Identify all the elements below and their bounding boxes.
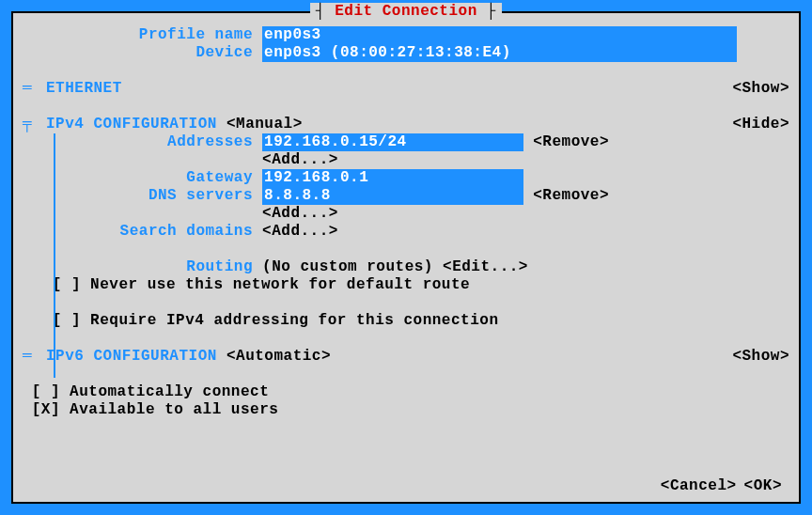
- ipv6-mode-select[interactable]: <Automatic>: [226, 348, 331, 366]
- dialog-content: Profile name enp0s3 Device enp0s3 (08:00…: [23, 13, 789, 419]
- ok-button[interactable]: <OK>: [744, 477, 782, 494]
- dialog-titlebar: ┤ Edit Connection ├: [310, 3, 502, 20]
- never-default-checkbox[interactable]: [ ]: [23, 276, 81, 294]
- address-input[interactable]: 192.168.0.15/24: [262, 133, 523, 151]
- addresses-label: Addresses: [23, 133, 253, 151]
- auto-connect-label: Automatically connect: [70, 383, 269, 401]
- ethernet-section-label: ETHERNET: [46, 80, 122, 98]
- edit-connection-dialog: ┤ Edit Connection ├ Profile name enp0s3 …: [11, 11, 801, 504]
- title-border-right: ├: [477, 3, 496, 20]
- profile-name-input[interactable]: enp0s3: [262, 26, 737, 44]
- dialog-title: Edit Connection: [335, 3, 477, 20]
- dns-label: DNS servers: [23, 187, 253, 205]
- dialog-button-bar: <Cancel> <OK>: [661, 477, 782, 494]
- ipv4-section-label: IPv4 CONFIGURATION: [46, 116, 217, 133]
- require-ipv4-checkbox[interactable]: [ ]: [23, 312, 81, 330]
- dns-add-button[interactable]: <Add...>: [262, 205, 338, 223]
- ethernet-marker: ═: [23, 80, 46, 98]
- all-users-checkbox[interactable]: [X]: [23, 401, 60, 419]
- gateway-input[interactable]: 192.168.0.1: [262, 169, 523, 187]
- device-input[interactable]: enp0s3 (08:00:27:13:38:E4): [262, 44, 737, 62]
- profile-name-label: Profile name: [23, 26, 253, 44]
- require-ipv4-label: Require IPv4 addressing for this connect…: [90, 312, 498, 330]
- all-users-label: Available to all users: [70, 401, 278, 419]
- routing-value: (No custom routes): [262, 258, 433, 276]
- auto-connect-checkbox[interactable]: [ ]: [23, 383, 60, 401]
- device-label: Device: [23, 44, 253, 62]
- address-add-button[interactable]: <Add...>: [262, 151, 338, 169]
- ipv4-mode-select[interactable]: <Manual>: [226, 116, 303, 133]
- title-border-left: ┤: [316, 3, 335, 20]
- search-domains-label: Search domains: [23, 223, 253, 241]
- search-add-button[interactable]: <Add...>: [262, 223, 338, 241]
- ipv4-hide-button[interactable]: <Hide>: [732, 116, 789, 133]
- dns-input[interactable]: 8.8.8.8: [262, 187, 523, 205]
- cancel-button[interactable]: <Cancel>: [661, 477, 737, 494]
- gateway-label: Gateway: [23, 169, 253, 187]
- never-default-label: Never use this network for default route: [90, 276, 470, 294]
- ipv6-marker: ═: [23, 348, 46, 366]
- ipv4-marker-top: ╤: [23, 116, 46, 133]
- dns-remove-button[interactable]: <Remove>: [533, 187, 609, 205]
- routing-label: Routing: [23, 258, 253, 276]
- ipv6-section-label: IPv6 CONFIGURATION: [46, 348, 217, 366]
- routing-edit-button[interactable]: <Edit...>: [443, 258, 528, 276]
- ipv6-show-button[interactable]: <Show>: [732, 348, 789, 366]
- address-remove-button[interactable]: <Remove>: [533, 133, 609, 151]
- ethernet-show-button[interactable]: <Show>: [732, 80, 789, 98]
- ipv4-vertical-line: [54, 133, 55, 378]
